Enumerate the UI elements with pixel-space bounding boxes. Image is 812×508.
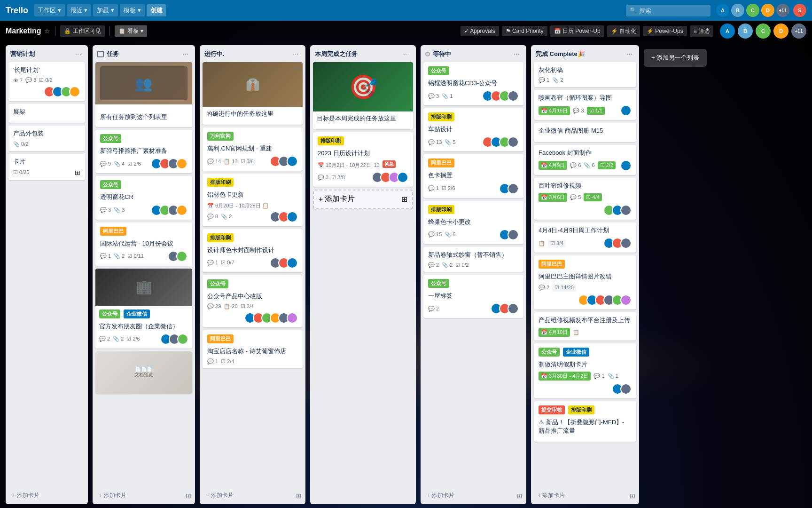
date-33: 📅 3月30日 - 4月2日 [539,372,591,381]
card-3[interactable]: 产品外包装 📎 0/2 [8,126,85,151]
avatar-2[interactable]: B [731,4,744,17]
column-1-menu[interactable]: ··· [73,49,83,59]
card-34[interactable]: 提交审核 排版印刷 ⚠ 新品！【折叠隐形门-MFD】- 新品推广流量 [534,401,636,442]
card-24[interactable]: 公众号 一屋标签 💬 2 [423,275,523,318]
star-button[interactable]: ☆ [44,27,50,35]
card-9-title: 官方发布朋友圈（企業微信） [99,322,188,331]
card-5[interactable]: 👥 所有任务放到这个列表里 [95,62,192,127]
card-12[interactable]: 万利官网 萬利.CN官网规划 - 重建 💬 14 📋 13 ☑ 3/6 [203,127,303,171]
column-2-title: 任务 [97,50,119,58]
edit-icon[interactable]: ✏ [295,65,300,71]
card-23[interactable]: 新品卷轴式纱窗（暂不销售） 💬 2 📎 2 ☑ 0/2 [423,247,523,272]
automation-btn[interactable]: ⚡ 自动化 [607,25,640,37]
card-12-meta: 💬 14 📋 13 ☑ 3/6 [207,156,298,167]
nav-starred[interactable]: 加星 ▾ [93,4,118,16]
card-31[interactable]: 阿里巴巴 阿里巴巴主图详情图片改错 💬 2 ☑ 14/20 [534,255,636,310]
nav-templates[interactable]: 模板 ▾ [120,4,145,16]
card-30[interactable]: 4月4日-4月9日周工作计划 📋 ☑ 3/4 [534,222,636,253]
create-button[interactable]: 创建 [147,4,166,16]
template-icon-3[interactable]: ⊞ [296,492,302,500]
card-20[interactable]: 排版印刷 车贴设计 💬 13 📎 5 [423,108,523,151]
column-2-cards: 👥 所有任务放到这个列表里 公众号 新弹弓推箍推广素材准备 💬 9 📎 4 ☑ … [93,62,195,487]
card-1-meta: 👁 7 💬 3 ☑ 0/9 [13,77,80,97]
boardbar-avatar3[interactable]: C [756,24,771,39]
card-17[interactable]: 🎯 目标是本周完成的任务放这里 [313,62,413,129]
cover-people: 👥 [95,62,192,104]
boardbar-avatar-more[interactable]: +11 [791,24,806,39]
avs-14 [270,257,298,269]
filter-btn[interactable]: ≡ 筛选 [690,25,713,37]
calendar-btn[interactable]: 📅 日历 Power-Up [550,25,604,37]
boardbar-avatar2[interactable]: B [738,24,753,39]
card-16[interactable]: 阿里巴巴 淘宝店店名称 - 诗艾葡窗饰店 💬 1 ☑ 2/4 [203,330,303,368]
approvals-btn[interactable]: ✓ Approvals [461,26,499,36]
card-21[interactable]: 阿里巴巴 色卡搁置 💬 1 ☑ 2/6 [423,154,523,198]
avatar-more[interactable]: +11 [776,4,789,17]
card-29[interactable]: 百叶帘维修视频 📅 3月6日 💬 5 ☑ 4/4 [534,178,636,220]
template-icon-6[interactable]: ⊞ [630,492,635,500]
add-card-5[interactable]: + 添加卡片 [424,490,457,501]
nav-recent[interactable]: 最近 ▾ [67,4,92,16]
card-25[interactable]: 灰化初稿 💬 1 📎 2 [534,62,636,87]
workspace-visibility-btn[interactable]: 🔒 工作区可见 [60,25,105,37]
view-btn[interactable]: 📋 看板 ▾ [115,25,147,37]
meta-28-c: 💬 6 [570,162,581,168]
boardbar-avatar1[interactable]: A [720,24,735,39]
template-icon-4[interactable]: ⊞ [401,195,407,204]
card-6[interactable]: 公众号 新弹弓推箍推广素材准备 💬 9 📎 4 ☑ 2/6 [95,130,192,173]
add-list-button[interactable]: + 添加另一个列表 [644,49,707,67]
search-input[interactable] [626,5,710,16]
template-icon-2[interactable]: ⊞ [186,492,191,500]
meta-19-c: 💬 3 [428,93,439,99]
card-32[interactable]: 产品维修视频发布平台注册及上传 📅 4月10日 📋 [534,312,636,340]
template-icon-5[interactable]: ⊞ [517,492,523,500]
card-33-title: 制做清明假期卡片 [539,360,632,369]
add-card-1[interactable]: + 添加卡片 [9,490,42,501]
meta-views: 👁 7 [13,78,23,83]
column-3: 进行中. ··· 👔 ✏ 的确进行中的任务放这里 万利官网 萬利.CN官网规划 … [200,45,305,504]
meta-29-c: 💬 5 [570,194,581,200]
card-13-title: 铝材色卡更新 [207,190,298,199]
column-3-menu[interactable]: ··· [291,49,301,59]
column-6-menu[interactable]: ··· [625,49,634,59]
add-card-2[interactable]: + 添加卡片 [96,490,129,501]
card-9[interactable]: 🏢 公众号 企业微信 官方发布朋友圈（企業微信） 💬 2 📎 2 ☑ 2/6 [95,269,192,349]
avatar-4[interactable]: D [761,4,774,17]
card-priority-btn[interactable]: ⚑ Card Priority [502,26,547,36]
column-5-menu[interactable]: ··· [512,49,522,59]
card-15[interactable]: 公众号 公众号产品中心改版 💬 29 📋 20 ☑ 2/4 [203,275,303,327]
card-19[interactable]: 公众号 铝框透明窗花CR3-公众号 💬 3 📎 1 [423,62,523,105]
card-28[interactable]: Facebook 封面制作 📅 4月9日 💬 6 📎 6 ☑ 2/2 [534,145,636,175]
boardbar-avatar4[interactable]: D [773,24,789,39]
card-26[interactable]: 喷画卷帘（循环图案）导图 📅 4月15日 💬 3 ☑ 1/1 [534,90,636,120]
card-3-meta: 📎 0/2 [13,141,80,147]
card-7[interactable]: 公众号 透明窗花CR 💬 3 📎 3 [95,176,192,219]
card-27[interactable]: 企业微信-商品图册 M15 [534,123,636,142]
meta-6-ch: ☑ 2/6 [127,161,141,167]
nav-workspace[interactable]: 工作区 ▾ [34,4,65,16]
powerups-btn[interactable]: ⚡ Power-Ups [643,26,687,36]
card-10[interactable]: 📄📄📄文档预览 [95,351,192,394]
card-1[interactable]: '长尾计划' 👁 7 💬 3 ☑ 0/9 [8,62,85,101]
card-13-date: 📅 6月20日 - 10月28日 📋 [207,202,298,209]
card-11[interactable]: 👔 ✏ 的确进行中的任务放这里 [203,62,303,125]
avatar-3[interactable]: C [746,4,759,17]
card-2[interactable]: 展架 [8,104,85,123]
column-2-footer: + 添加卡片 ⊞ [93,487,195,504]
card-22[interactable]: 排版印刷 蜂巢色卡小更改 💬 15 📎 6 [423,201,523,244]
card-18[interactable]: 排版印刷 2023 日历设计计划 📅 10月2日 - 10月22日 13 紧急 … [313,132,413,187]
avatar-1[interactable]: A [716,4,729,17]
avatar-self[interactable]: S [793,4,806,17]
card-8[interactable]: 阿里巴巴 国际站代运营 - 10月份会议 💬 1 📎 2 ☑ 0/11 [95,222,192,266]
card-14[interactable]: 排版印刷 设计师色卡封面制作设计 💬 1 ☑ 0/7 [203,229,303,272]
card-33[interactable]: 公众号 企业微信 制做清明假期卡片 📅 3月30日 - 4月2日 💬 1 📎 1 [534,343,636,398]
add-card-area-4[interactable]: + 添加卡片 ⊞ [313,190,413,209]
search-wrap: 🔍 [626,5,710,16]
add-card-3[interactable]: + 添加卡片 [203,490,236,501]
column-4-menu[interactable]: ··· [401,49,411,59]
column-1: 营销计划 ··· '长尾计划' 👁 7 💬 3 ☑ 0/9 [6,45,88,504]
card-13[interactable]: 排版印刷 铝材色卡更新 📅 6月20日 - 10月28日 📋 💬 8 📎 2 [203,174,303,226]
add-card-6[interactable]: + 添加卡片 [535,490,568,501]
column-2-menu[interactable]: ··· [180,49,190,59]
card-4[interactable]: 卡片 ☑ 0/25 ⊞ [8,154,85,180]
